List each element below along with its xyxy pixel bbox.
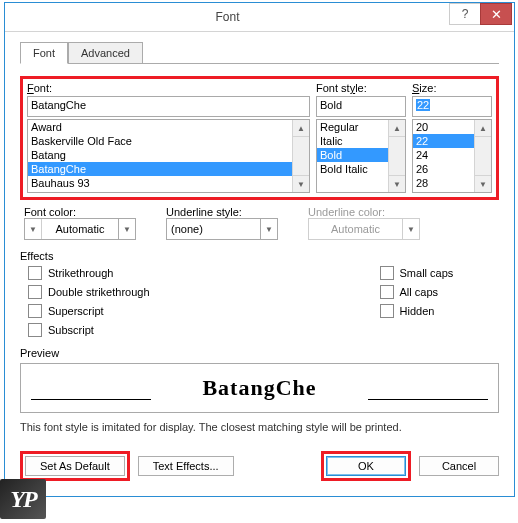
scrollbar[interactable]: ▲ ▼ [474, 120, 491, 192]
default-button[interactable]: Set As Default [25, 456, 125, 476]
tab-font[interactable]: Font [20, 42, 68, 64]
titlebar: Font ? ✕ [5, 3, 514, 32]
preview-note: This font style is imitated for display.… [20, 421, 499, 433]
font-style-input[interactable]: Bold [316, 96, 406, 117]
font-selection-highlight: Font: BatangChe Award Baskerville Old Fa… [20, 76, 499, 200]
double-strikethrough-checkbox[interactable]: Double strikethrough [28, 285, 150, 299]
tabstrip: Font Advanced [20, 42, 499, 64]
tab-advanced[interactable]: Advanced [68, 42, 143, 64]
ok-button-highlight: OK [321, 451, 411, 481]
title-buttons: ? ✕ [450, 3, 512, 25]
font-input[interactable]: BatangChe [27, 96, 310, 117]
button-row: Set As Default Text Effects... OK Cancel [20, 451, 499, 481]
size-listbox[interactable]: 20 22 24 26 28 ▲ ▼ [412, 119, 492, 193]
default-button-highlight: Set As Default [20, 451, 130, 481]
effects-group: Strikethrough Double strikethrough Super… [20, 266, 499, 337]
list-item[interactable]: Batang [28, 148, 309, 162]
help-button[interactable]: ? [449, 3, 481, 25]
list-item[interactable]: Baskerville Old Face [28, 134, 309, 148]
hidden-checkbox[interactable]: Hidden [380, 304, 454, 318]
strikethrough-checkbox[interactable]: Strikethrough [28, 266, 150, 280]
title-text: Font [5, 10, 450, 24]
underline-color-label: Underline color: [308, 206, 420, 218]
preview-text: BatangChe [202, 375, 316, 401]
scroll-down-icon[interactable]: ▼ [389, 175, 405, 192]
font-dialog: Font ? ✕ Font Advanced Font: BatangChe A… [4, 2, 515, 497]
close-button[interactable]: ✕ [480, 3, 512, 25]
scrollbar[interactable]: ▲ ▼ [292, 120, 309, 192]
preview-box: BatangChe [20, 363, 499, 413]
size-label: Size: [412, 82, 492, 94]
text-effects-button[interactable]: Text Effects... [138, 456, 234, 476]
small-caps-checkbox[interactable]: Small caps [380, 266, 454, 280]
chevron-down-icon[interactable]: ▼ [118, 219, 135, 239]
font-color-label: Font color: [24, 206, 136, 218]
scrollbar[interactable]: ▲ ▼ [388, 120, 405, 192]
font-style-listbox[interactable]: Regular Italic Bold Bold Italic ▲ ▼ [316, 119, 406, 193]
scroll-down-icon[interactable]: ▼ [293, 175, 309, 192]
chevron-down-icon: ▼ [25, 219, 42, 239]
scroll-up-icon[interactable]: ▲ [475, 120, 491, 137]
underline-style-label: Underline style: [166, 206, 278, 218]
underline-color-dropdown: Automatic ▼ [308, 218, 420, 240]
scroll-down-icon[interactable]: ▼ [475, 175, 491, 192]
list-item[interactable]: Bauhaus 93 [28, 176, 309, 190]
cancel-button[interactable]: Cancel [419, 456, 499, 476]
chevron-down-icon[interactable]: ▼ [260, 219, 277, 239]
subscript-checkbox[interactable]: Subscript [28, 323, 150, 337]
font-style-label: Font style: [316, 82, 406, 94]
scroll-up-icon[interactable]: ▲ [293, 120, 309, 137]
scroll-up-icon[interactable]: ▲ [389, 120, 405, 137]
font-color-dropdown[interactable]: ▼ Automatic ▼ [24, 218, 136, 240]
ok-button[interactable]: OK [326, 456, 406, 476]
content: Font Advanced Font: BatangChe Award Bask… [5, 32, 514, 496]
chevron-down-icon: ▼ [402, 219, 419, 239]
font-listbox[interactable]: Award Baskerville Old Face Batang Batang… [27, 119, 310, 193]
list-item[interactable]: Award [28, 120, 309, 134]
size-input[interactable]: 22 [412, 96, 492, 117]
font-label: Font: [27, 82, 310, 94]
list-item[interactable]: BatangChe [28, 162, 309, 176]
effects-label: Effects [20, 250, 499, 262]
watermark-logo: YP [0, 479, 46, 519]
preview-label: Preview [20, 347, 499, 359]
superscript-checkbox[interactable]: Superscript [28, 304, 150, 318]
all-caps-checkbox[interactable]: All caps [380, 285, 454, 299]
underline-style-dropdown[interactable]: (none) ▼ [166, 218, 278, 240]
